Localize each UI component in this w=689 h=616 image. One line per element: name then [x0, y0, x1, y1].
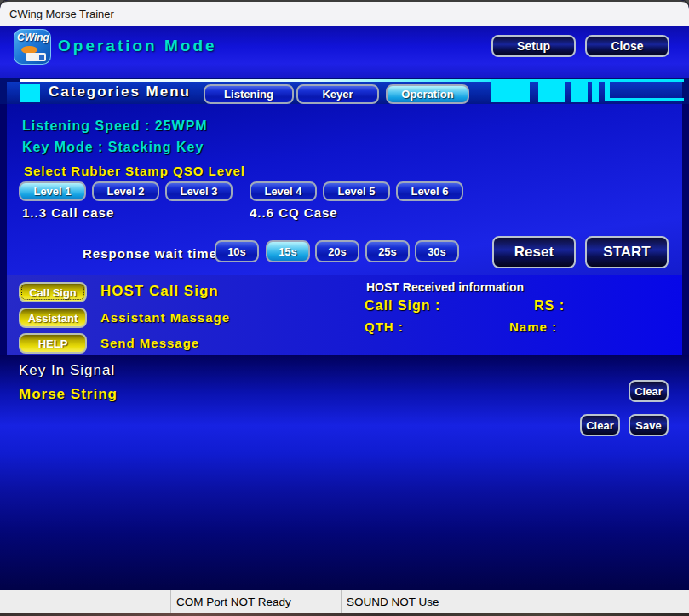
morse-key-knob-icon	[39, 55, 44, 60]
cyan-square-decoration	[20, 84, 40, 102]
wait-20s-button[interactable]: 20s	[315, 240, 359, 262]
window-title: CWing Morse Trainer	[9, 8, 114, 20]
received-qth-label: QTH :	[365, 320, 404, 334]
cwing-logo-text: CWing	[17, 32, 49, 43]
key-in-signal-title: Key In Signal	[19, 362, 115, 379]
setup-button[interactable]: Setup	[491, 35, 576, 57]
com-port-status: COM Port NOT Ready	[170, 590, 341, 613]
level-3-button[interactable]: Level 3	[165, 181, 233, 201]
deco-block-1	[491, 79, 530, 102]
message-panel: Call Sign Assistant HELP HOST Call Sign …	[0, 275, 689, 355]
categories-strip: Categories Menu Listening Keyer Operatio…	[0, 78, 689, 104]
deco-line-tail	[610, 98, 684, 101]
morse-string-title: Morse String	[19, 386, 118, 403]
wait-25s-button[interactable]: 25s	[365, 240, 410, 262]
level-5-button[interactable]: Level 5	[323, 181, 390, 201]
level-6-button[interactable]: Level 6	[396, 181, 463, 201]
close-button[interactable]: Close	[585, 35, 669, 57]
settings-section: Listening Speed : 25WPM Key Mode : Stack…	[0, 104, 689, 275]
wait-15s-button[interactable]: 15s	[266, 240, 310, 262]
listening-speed-text: Listening Speed : 25WPM	[22, 118, 208, 134]
assistant-button[interactable]: Assistant	[19, 308, 87, 328]
status-bar: COM Port NOT Ready SOUND NOT Use	[0, 590, 689, 613]
tab-operation[interactable]: Operation	[386, 84, 469, 104]
app-window: CWing Morse Trainer CWing Operation Mode…	[0, 0, 689, 616]
status-cell-empty	[0, 590, 170, 613]
clear-morse-button[interactable]: Clear	[580, 414, 620, 436]
cq-case-note: 4..6 CQ Case	[250, 205, 338, 220]
level-4-button[interactable]: Level 4	[250, 181, 317, 201]
qso-level-title: Select Rubber Stamp QSO Level	[24, 164, 245, 178]
call-sign-button[interactable]: Call Sign	[19, 282, 87, 302]
received-name-label: Name :	[509, 320, 557, 334]
level-1-button[interactable]: Level 1	[19, 181, 86, 201]
level-2-button[interactable]: Level 2	[92, 181, 159, 201]
send-message-label: Send Message	[100, 336, 199, 350]
categories-menu-title: Categories Menu	[49, 83, 191, 101]
help-button[interactable]: HELP	[19, 333, 87, 354]
window-bottom-edge	[0, 613, 689, 616]
tab-listening[interactable]: Listening	[204, 84, 294, 104]
key-mode-text: Key Mode : Stacking Key	[22, 140, 204, 155]
received-rs-label: RS :	[534, 298, 565, 314]
deco-block-4	[592, 79, 599, 102]
host-received-title: HOST Received information	[366, 280, 524, 294]
cwing-logo-icon: CWing	[14, 29, 51, 65]
call-case-note: 1..3 Call case	[22, 205, 114, 220]
sound-status: SOUND NOT Use	[341, 590, 689, 613]
reset-button[interactable]: Reset	[492, 236, 576, 268]
assistant-message-label: Assistant Massage	[100, 310, 230, 325]
wait-10s-button[interactable]: 10s	[215, 240, 259, 262]
header-band: CWing Operation Mode Setup Close	[0, 26, 689, 78]
deco-block-3	[571, 79, 588, 102]
received-call-sign-label: Call Sign :	[365, 298, 440, 314]
start-button[interactable]: START	[585, 236, 669, 268]
page-title: Operation Mode	[58, 37, 217, 55]
wait-30s-button[interactable]: 30s	[415, 240, 459, 262]
host-call-sign-label: HOST Call Sign	[100, 283, 219, 300]
deco-block-2	[538, 79, 565, 102]
response-wait-label: Response wait time	[83, 246, 217, 261]
key-in-section: Key In Signal Morse String Clear Clear S…	[0, 355, 689, 590]
clear-signal-button[interactable]: Clear	[629, 380, 669, 402]
title-bar[interactable]: CWing Morse Trainer	[0, 0, 689, 26]
save-button[interactable]: Save	[629, 414, 669, 436]
tab-keyer[interactable]: Keyer	[296, 84, 379, 104]
